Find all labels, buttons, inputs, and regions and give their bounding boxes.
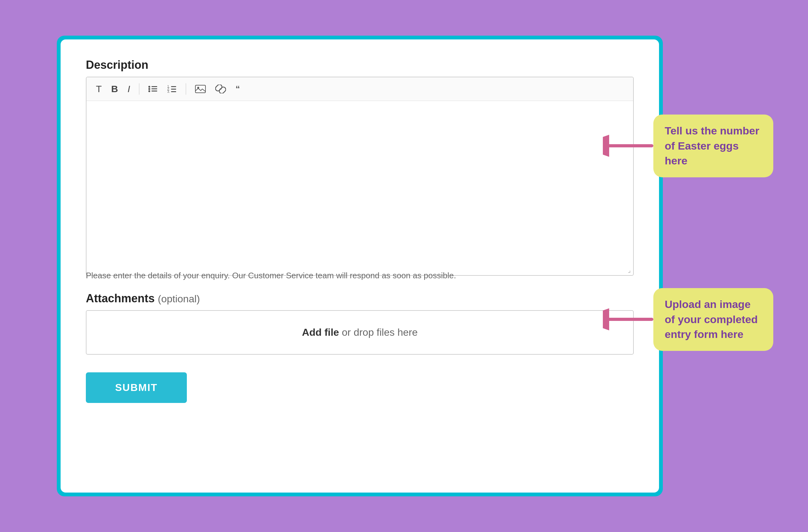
quote-button[interactable]: “ bbox=[232, 82, 243, 96]
upload-callout: Upload an image of your completed entry … bbox=[603, 288, 773, 351]
editor-toolbar: T B I bbox=[87, 77, 633, 101]
toolbar-separator-2 bbox=[186, 83, 186, 95]
svg-point-4 bbox=[148, 90, 150, 92]
svg-rect-12 bbox=[195, 85, 205, 93]
editor-container: T B I bbox=[86, 77, 634, 276]
svg-point-2 bbox=[148, 88, 150, 90]
description-textarea[interactable] bbox=[87, 101, 633, 265]
form-card: Description T B I bbox=[60, 39, 659, 493]
file-upload-area[interactable]: Add file or drop files here bbox=[86, 310, 634, 355]
page-layout: Description T B I bbox=[25, 17, 783, 515]
svg-rect-9 bbox=[171, 89, 176, 90]
upload-bubble: Upload an image of your completed entry … bbox=[653, 288, 773, 351]
arrow-left-1 bbox=[603, 133, 653, 159]
quote-icon: “ bbox=[236, 84, 240, 94]
image-icon bbox=[195, 85, 206, 93]
description-label: Description bbox=[86, 58, 634, 72]
unordered-list-icon bbox=[148, 85, 158, 93]
italic-button[interactable]: I bbox=[124, 82, 133, 96]
text-format-button[interactable]: T bbox=[93, 82, 105, 96]
ordered-list-button[interactable]: 1. 2. 3. bbox=[164, 83, 180, 95]
toolbar-separator-1 bbox=[139, 83, 140, 95]
image-button[interactable] bbox=[192, 83, 209, 95]
optional-label: (optional) bbox=[158, 293, 200, 305]
drop-files-label: or drop files here bbox=[339, 327, 418, 338]
bold-button[interactable]: B bbox=[108, 82, 121, 96]
description-helper-text: Please enter the details of your enquiry… bbox=[86, 271, 634, 280]
attachments-label: Attachments (optional) bbox=[86, 292, 634, 305]
svg-rect-11 bbox=[171, 91, 176, 92]
unordered-list-button[interactable] bbox=[145, 83, 161, 95]
submit-button[interactable]: SUBMIT bbox=[86, 372, 187, 403]
link-button[interactable] bbox=[212, 83, 229, 95]
link-icon bbox=[215, 85, 226, 93]
add-file-label: Add file bbox=[302, 327, 339, 338]
attachments-section: Attachments (optional) Add file or drop … bbox=[86, 292, 634, 355]
svg-rect-7 bbox=[171, 86, 176, 87]
easter-eggs-arrow bbox=[603, 133, 653, 159]
ordered-list-icon: 1. 2. 3. bbox=[167, 85, 177, 93]
svg-point-0 bbox=[148, 86, 150, 88]
teal-border-frame: Description T B I bbox=[57, 36, 663, 496]
easter-eggs-text: Tell us the number of Easter eggs here bbox=[665, 125, 759, 167]
upload-text: Upload an image of your completed entry … bbox=[665, 298, 758, 340]
upload-arrow bbox=[603, 307, 653, 332]
easter-eggs-bubble: Tell us the number of Easter eggs here bbox=[653, 114, 773, 177]
svg-rect-5 bbox=[151, 91, 157, 92]
svg-rect-3 bbox=[151, 88, 157, 89]
arrow-left-2 bbox=[603, 307, 653, 332]
easter-eggs-callout: Tell us the number of Easter eggs here bbox=[603, 114, 773, 177]
svg-rect-1 bbox=[151, 86, 157, 87]
svg-text:3.: 3. bbox=[167, 90, 170, 93]
description-section: Description T B I bbox=[86, 58, 634, 280]
